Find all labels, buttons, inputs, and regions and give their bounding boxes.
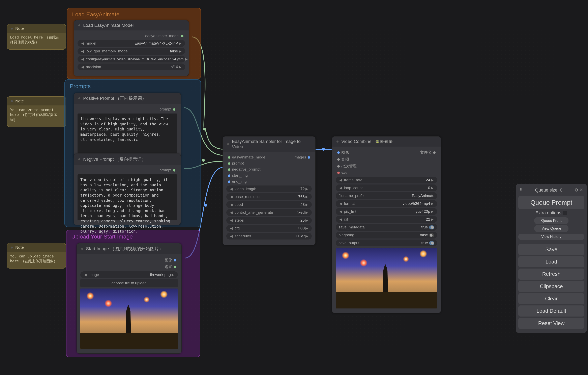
widget-image-file[interactable]: ◀imagefirework.png▶ [80,271,178,278]
widget-precision[interactable]: ◀precisionbf16▶ [77,64,185,70]
widget-frame-rate[interactable]: ◀frame_rate24▶ [336,176,437,184]
node-load-easyanimate-model[interactable]: Load EasyAnimate Model easyanimate_model… [74,20,189,76]
save-button[interactable]: Save [518,244,584,255]
start-image-preview [80,288,178,349]
note-upload: Note You can upload image here （在此上传开始图像… [7,243,66,269]
view-queue-button[interactable]: View Queue [534,225,569,232]
widget-save-output[interactable]: save_outputtrue [336,240,437,246]
video-preview [336,248,437,309]
widget-config[interactable]: ◀configeasyanimate_video_slicevae_multi_… [77,56,185,63]
clipspace-button[interactable]: Clipspace [518,281,584,292]
refresh-button[interactable]: Refresh [518,269,584,280]
reset-view-button[interactable]: Reset View [518,318,584,329]
widget-loop-count[interactable]: ◀loop_count0▶ [336,185,437,191]
widget-crf[interactable]: ◀crf22▶ [336,216,437,223]
svg-point-2 [204,204,207,207]
widget-pingpong[interactable]: pingpongfalse [336,232,437,239]
queue-prompt-button[interactable]: Queue Prompt [518,196,584,209]
vhs-icon: 🐍VHS [376,140,392,143]
widget-model[interactable]: ◀modelEasyAnimateV4-XL-2-InP▶ [77,40,185,47]
widget-cfg[interactable]: ◀cfg7.00▶ [226,225,312,232]
choose-file-button[interactable]: choose file to upload [80,279,178,287]
gear-icon[interactable]: ⚙ [574,188,578,193]
positive-prompt-text[interactable]: fireworks display over night city. The v… [77,113,177,154]
widget-save-metadata[interactable]: save_metadatatrue [336,224,437,231]
widget-scheduler[interactable]: ◀schedulerEuler▶ [226,233,312,240]
widget-seed[interactable]: ◀seed43▶ [226,201,312,208]
view-history-button[interactable]: View History [518,234,584,240]
svg-point-1 [202,159,205,162]
svg-point-3 [322,148,325,151]
node-easyanimate-sampler[interactable]: EasyAnimate Sampler for Image to Video e… [222,136,315,245]
widget-base-resolution[interactable]: ◀base_resolution768▶ [226,193,312,200]
checkbox-icon[interactable] [563,211,567,215]
note-prompt: Note You can write prompt here （你可以在此填写提… [7,96,66,127]
widget-video-length[interactable]: ◀video_length72▶ [226,186,312,192]
negative-prompt-text[interactable]: The video is not of a high quality, it h… [77,174,177,220]
node-video-combine[interactable]: Video Combine 🐍VHS 图像文件名 音频 批次管理 vae ◀fr… [332,136,441,313]
widget-steps[interactable]: ◀steps25▶ [226,217,312,224]
queue-front-button[interactable]: Queue Front [534,217,569,224]
widget-filename-prefix[interactable]: filename_prefixEasyAnimate [336,192,437,199]
node-start-image[interactable]: Start Image （图片到视频的开始图片） 图像 遮罩 ◀imagefir… [76,243,182,354]
drag-handle-icon[interactable]: ⠿ [520,188,523,193]
widget-control-after-generate[interactable]: ◀control_after_generatefixed▶ [226,209,312,216]
note-load-model: Note Load model here （在此选择要使用的模型） [7,24,66,50]
clear-button[interactable]: Clear [518,293,584,304]
node-positive-prompt[interactable]: Positive Prompt （正向提示词） prompt fireworks… [74,93,181,158]
side-panel[interactable]: ⠿ Queue size: 0 ⚙ ✕ Queue Prompt Extra o… [516,184,587,333]
extra-options-toggle[interactable]: Extra options [518,210,584,216]
load-default-button[interactable]: Load Default [518,305,584,317]
node-negative-prompt[interactable]: Negtive Prompt （反向提示词） prompt The video … [74,154,181,225]
close-icon[interactable]: ✕ [579,188,583,193]
queue-size-value: 0 [560,188,562,193]
widget-format[interactable]: ◀formatvideo/h264-mp4▶ [336,200,437,207]
widget-low-gpu[interactable]: ◀low_gpu_memory_modefalse▶ [77,48,185,55]
widget-pix-fmt[interactable]: ◀pix_fmtyuv420p▶ [336,208,437,215]
svg-point-0 [203,128,206,131]
load-button[interactable]: Load [518,256,584,267]
